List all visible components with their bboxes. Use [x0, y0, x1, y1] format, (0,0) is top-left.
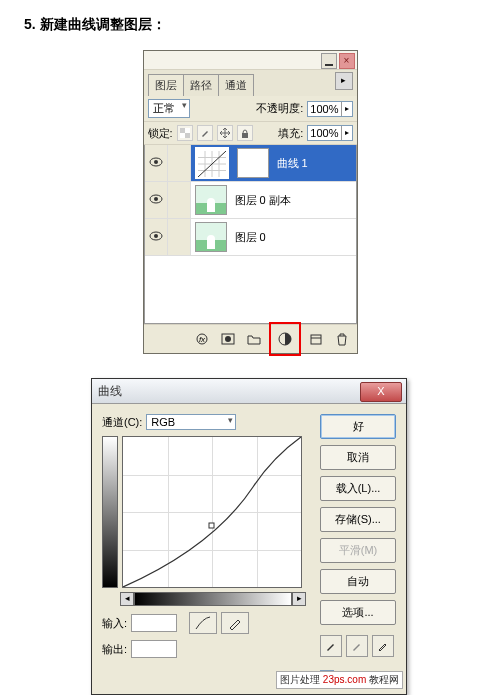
white-point-eyedropper-icon[interactable]: [372, 635, 394, 657]
new-layer-icon[interactable]: [305, 329, 327, 349]
panel-tabs: 图层 路径 通道 ▸: [144, 70, 357, 96]
new-adjustment-layer-icon[interactable]: [274, 329, 296, 349]
curve-point-tool-icon[interactable]: [189, 612, 217, 634]
lock-fill-row: 锁定: 填充: 100%▸: [144, 122, 357, 145]
output-label: 输出:: [102, 642, 127, 657]
svg-rect-17: [209, 523, 214, 528]
fill-label: 填充:: [278, 126, 303, 141]
curves-graph[interactable]: [122, 436, 302, 588]
ok-button[interactable]: 好: [320, 414, 396, 439]
visibility-icon[interactable]: [149, 193, 163, 207]
options-button[interactable]: 选项...: [320, 600, 396, 625]
x-arrow-left[interactable]: ◂: [120, 592, 134, 606]
layer-style-icon[interactable]: fx: [191, 329, 213, 349]
adjustment-layer-highlight: [269, 322, 301, 356]
curve-pencil-tool-icon[interactable]: [221, 612, 249, 634]
new-group-icon[interactable]: [243, 329, 265, 349]
lock-all-icon[interactable]: [237, 125, 253, 141]
layer-list: 曲线 1 图层 0 副本 图层 0: [144, 145, 357, 324]
layer-row-base[interactable]: 图层 0: [145, 219, 356, 256]
tab-paths[interactable]: 路径: [183, 74, 219, 96]
y-gradient-bar: [102, 436, 118, 588]
input-label: 输入:: [102, 616, 127, 631]
svg-rect-1: [185, 133, 190, 138]
link-column[interactable]: [168, 145, 191, 181]
lock-paint-icon[interactable]: [197, 125, 213, 141]
lock-transparency-icon[interactable]: [177, 125, 193, 141]
save-button[interactable]: 存储(S)...: [320, 507, 396, 532]
tab-channels[interactable]: 通道: [218, 74, 254, 96]
layer-mask-icon[interactable]: [217, 329, 239, 349]
svg-point-8: [154, 197, 158, 201]
gray-point-eyedropper-icon[interactable]: [346, 635, 368, 657]
x-gradient-bar: [134, 592, 292, 606]
svg-point-10: [154, 234, 158, 238]
curves-dialog: 曲线 X 通道(C): RGB ◂ ▸ 输入:: [91, 378, 407, 695]
cancel-button[interactable]: 取消: [320, 445, 396, 470]
watermark: 图片处理 23ps.com 教程网: [276, 671, 403, 689]
dialog-titlebar[interactable]: 曲线 X: [92, 379, 406, 404]
visibility-icon[interactable]: [149, 230, 163, 244]
layer-name: 图层 0: [231, 230, 266, 245]
svg-text:fx: fx: [198, 335, 205, 344]
minimize-icon[interactable]: [321, 53, 337, 69]
tab-layers[interactable]: 图层: [148, 74, 184, 96]
curves-thumbnail[interactable]: [195, 147, 229, 179]
output-value-field[interactable]: [131, 640, 177, 658]
delete-layer-icon[interactable]: [331, 329, 353, 349]
svg-rect-4: [242, 133, 248, 138]
channel-label: 通道(C):: [102, 415, 142, 430]
layer-thumbnail[interactable]: [195, 185, 227, 215]
lock-label: 锁定:: [148, 126, 173, 141]
panel-menu-icon[interactable]: ▸: [335, 72, 353, 90]
link-column[interactable]: [168, 182, 191, 218]
opacity-label: 不透明度:: [256, 101, 303, 116]
svg-point-14: [225, 336, 231, 342]
step-heading: 5. 新建曲线调整图层：: [0, 0, 500, 34]
layer-name: 图层 0 副本: [231, 193, 291, 208]
mask-thumbnail[interactable]: [237, 148, 269, 178]
svg-rect-2: [185, 128, 190, 133]
layer-name: 曲线 1: [273, 156, 308, 171]
layer-row-copy[interactable]: 图层 0 副本: [145, 182, 356, 219]
panel-titlebar: ×: [144, 51, 357, 70]
black-point-eyedropper-icon[interactable]: [320, 635, 342, 657]
x-arrow-right[interactable]: ▸: [292, 592, 306, 606]
auto-button[interactable]: 自动: [320, 569, 396, 594]
close-icon[interactable]: ×: [339, 53, 355, 69]
dialog-title: 曲线: [98, 383, 122, 400]
channel-select[interactable]: RGB: [146, 414, 236, 430]
layers-panel: × 图层 路径 通道 ▸ 正常 不透明度: 100%▸ 锁定: 填充: 100%…: [143, 50, 358, 354]
link-column[interactable]: [168, 219, 191, 255]
visibility-icon[interactable]: [149, 156, 163, 170]
input-value-field[interactable]: [131, 614, 177, 632]
layer-row-curves[interactable]: 曲线 1: [145, 145, 356, 182]
lock-move-icon[interactable]: [217, 125, 233, 141]
svg-rect-0: [180, 128, 185, 133]
svg-rect-3: [180, 133, 185, 138]
fill-input[interactable]: 100%▸: [307, 125, 352, 141]
svg-rect-16: [311, 335, 321, 344]
eyedropper-group: [320, 635, 396, 657]
panel-bottom-toolbar: fx: [144, 324, 357, 353]
dialog-close-button[interactable]: X: [360, 382, 402, 402]
blend-mode-select[interactable]: 正常: [148, 99, 190, 118]
svg-point-6: [154, 160, 158, 164]
smooth-button: 平滑(M): [320, 538, 396, 563]
layer-thumbnail[interactable]: [195, 222, 227, 252]
blend-opacity-row: 正常 不透明度: 100%▸: [144, 96, 357, 122]
opacity-input[interactable]: 100%▸: [307, 101, 352, 117]
load-button[interactable]: 载入(L)...: [320, 476, 396, 501]
